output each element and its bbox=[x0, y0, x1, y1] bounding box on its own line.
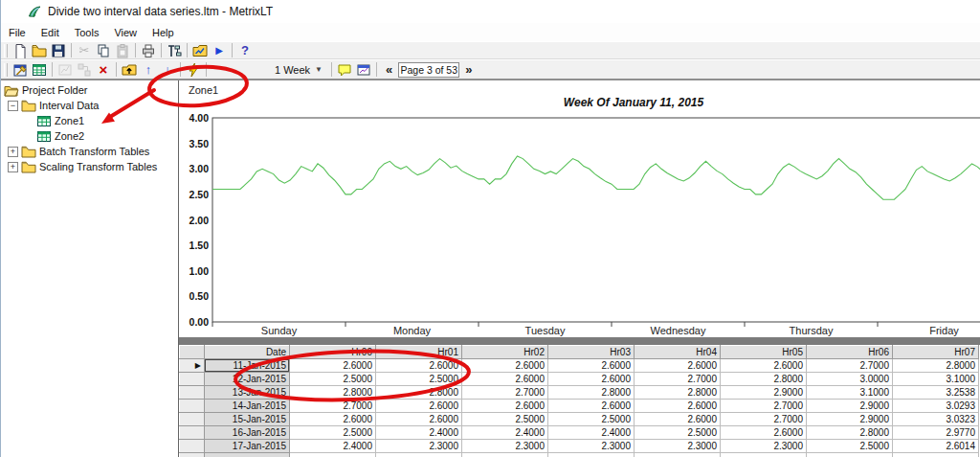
value-cell[interactable]: 2.6000 bbox=[462, 373, 548, 386]
value-cell[interactable]: 2.6000 bbox=[635, 400, 721, 413]
expand-box-icon[interactable]: + bbox=[8, 147, 18, 157]
calculate-button[interactable] bbox=[184, 61, 203, 78]
copy-button[interactable] bbox=[94, 42, 113, 58]
column-header-hr06[interactable]: Hr06 bbox=[807, 346, 893, 359]
menu-help[interactable]: Help bbox=[145, 25, 182, 40]
value-cell[interactable]: 2.7000 bbox=[462, 386, 548, 400]
value-cell[interactable]: 2.5000 bbox=[290, 373, 376, 386]
value-cell[interactable]: 2.6000 bbox=[548, 359, 635, 373]
value-cell[interactable]: 2.5000 bbox=[635, 426, 721, 440]
value-cell[interactable]: 2.6000 bbox=[721, 426, 807, 440]
value-cell[interactable]: 3.0323 bbox=[893, 413, 979, 426]
value-cell[interactable]: 2.5000 bbox=[376, 373, 462, 386]
value-cell[interactable]: 2.4000 bbox=[462, 426, 548, 440]
value-cell[interactable]: 2.7000 bbox=[635, 373, 721, 386]
value-cell[interactable]: 2.6000 bbox=[548, 373, 635, 386]
value-cell[interactable]: 3.0293 bbox=[893, 400, 979, 413]
value-cell[interactable]: 2.3000 bbox=[462, 440, 548, 453]
run-button[interactable]: ▶ bbox=[210, 42, 229, 58]
column-header-hr03[interactable]: Hr03 bbox=[548, 346, 635, 359]
date-cell[interactable]: 12-Jan-2015 bbox=[205, 373, 290, 386]
row-selector[interactable] bbox=[180, 386, 205, 400]
menu-edit[interactable]: Edit bbox=[33, 25, 67, 40]
wizard-button[interactable] bbox=[11, 61, 30, 78]
column-header-hr07[interactable]: Hr07 bbox=[893, 346, 979, 359]
menu-view[interactable]: View bbox=[106, 25, 145, 40]
value-cell[interactable]: 2.5000 bbox=[807, 440, 893, 453]
chart-table-splitter[interactable] bbox=[179, 337, 980, 345]
delete-button[interactable]: × bbox=[94, 61, 113, 78]
value-cell[interactable]: 2.4000 bbox=[548, 426, 635, 440]
value-cell[interactable]: 2.7000 bbox=[721, 413, 807, 426]
column-header-hr00[interactable]: Hr00 bbox=[290, 346, 376, 359]
column-header-date[interactable]: Date bbox=[205, 346, 290, 359]
value-cell[interactable]: 2.6000 bbox=[376, 400, 462, 413]
expand-box-icon[interactable]: + bbox=[8, 162, 18, 172]
previous-page-button[interactable]: « bbox=[380, 62, 398, 77]
value-cell[interactable]: 2.6000 bbox=[462, 400, 548, 413]
folder-up-button[interactable] bbox=[120, 61, 139, 78]
value-cell[interactable]: 2.3000 bbox=[635, 440, 721, 453]
date-cell[interactable]: 11-Jan-2015 bbox=[205, 359, 290, 373]
value-cell[interactable]: 3.1000 bbox=[893, 373, 979, 386]
value-cell[interactable]: 2.7000 bbox=[807, 359, 893, 373]
grid-corner-cell[interactable] bbox=[180, 346, 205, 359]
column-header-hr04[interactable]: Hr04 bbox=[635, 346, 721, 359]
open-folder-button[interactable] bbox=[30, 42, 49, 58]
column-header-hr05[interactable]: Hr05 bbox=[721, 346, 807, 359]
save-button[interactable] bbox=[49, 42, 68, 58]
value-cell[interactable]: 2.6000 bbox=[721, 359, 807, 373]
print-button[interactable] bbox=[139, 42, 158, 58]
value-cell[interactable]: 3.0000 bbox=[807, 373, 893, 386]
row-selector[interactable] bbox=[180, 440, 205, 453]
row-selector[interactable] bbox=[180, 400, 205, 413]
value-cell[interactable]: 2.6000 bbox=[635, 413, 721, 426]
value-cell[interactable]: 2.6000 bbox=[548, 400, 635, 413]
value-cell[interactable]: 2.9000 bbox=[807, 413, 893, 426]
sidebar-item-project-folder[interactable]: Project Folder bbox=[1, 82, 178, 98]
value-cell[interactable]: 2.5000 bbox=[548, 413, 635, 426]
value-cell[interactable]: 2.6000 bbox=[462, 359, 548, 373]
value-cell[interactable]: 2.7000 bbox=[721, 400, 807, 413]
sidebar-item-batch-transform-tables[interactable]: +Batch Transform Tables bbox=[1, 144, 178, 159]
value-cell[interactable]: 3.2538 bbox=[893, 386, 979, 400]
value-cell[interactable]: 2.4000 bbox=[376, 426, 462, 440]
sidebar-item-scaling-transform-tables[interactable]: +Scaling Transform Tables bbox=[1, 159, 178, 174]
date-cell[interactable]: 14-Jan-2015 bbox=[205, 400, 290, 413]
value-cell[interactable]: 2.5000 bbox=[462, 413, 548, 426]
sidebar-item-zone1[interactable]: Zone1 bbox=[1, 113, 178, 128]
value-cell[interactable]: 2.8000 bbox=[893, 359, 979, 373]
value-cell[interactable]: 2.6000 bbox=[376, 359, 462, 373]
value-cell[interactable]: 2.6014 bbox=[893, 440, 979, 453]
value-cell[interactable]: 2.9770 bbox=[893, 426, 979, 440]
value-cell[interactable]: 2.9000 bbox=[721, 386, 807, 400]
move-down-button[interactable]: ↓ bbox=[158, 61, 177, 78]
value-cell[interactable]: 2.8000 bbox=[721, 373, 807, 386]
value-cell[interactable]: 2.7000 bbox=[290, 400, 376, 413]
column-header-hr02[interactable]: Hr02 bbox=[462, 346, 548, 359]
value-cell[interactable]: 2.8000 bbox=[548, 386, 635, 400]
column-header-hr01[interactable]: Hr01 bbox=[376, 346, 462, 359]
row-selector[interactable]: ▶ bbox=[180, 359, 205, 373]
menu-file[interactable]: File bbox=[1, 25, 33, 40]
date-cell[interactable]: 17-Jan-2015 bbox=[205, 440, 290, 453]
chart-window-button[interactable] bbox=[354, 61, 373, 78]
value-cell[interactable]: 2.6000 bbox=[290, 359, 376, 373]
value-cell[interactable]: 3.1000 bbox=[807, 386, 893, 400]
date-cell[interactable]: 13-Jan-2015 bbox=[205, 386, 290, 400]
next-page-button[interactable]: » bbox=[459, 62, 478, 77]
value-cell[interactable]: 2.9000 bbox=[807, 400, 893, 413]
date-cell[interactable]: 16-Jan-2015 bbox=[205, 426, 290, 440]
interval-table-button[interactable] bbox=[30, 61, 49, 78]
value-cell[interactable]: 2.6000 bbox=[635, 359, 721, 373]
value-cell[interactable]: 2.8000 bbox=[376, 386, 462, 400]
move-up-button[interactable]: ↑ bbox=[139, 61, 158, 78]
help-button[interactable]: ? bbox=[235, 42, 255, 58]
tree-view-button[interactable] bbox=[165, 42, 184, 58]
value-cell[interactable]: 2.4000 bbox=[290, 440, 376, 453]
value-cell[interactable]: 2.6000 bbox=[376, 413, 462, 426]
chart-folder-button[interactable] bbox=[190, 42, 210, 58]
sidebar-item-zone2[interactable]: Zone2 bbox=[1, 128, 178, 144]
value-cell[interactable]: 2.3000 bbox=[721, 440, 807, 453]
page-indicator[interactable]: Page 3 of 53 bbox=[398, 62, 459, 78]
